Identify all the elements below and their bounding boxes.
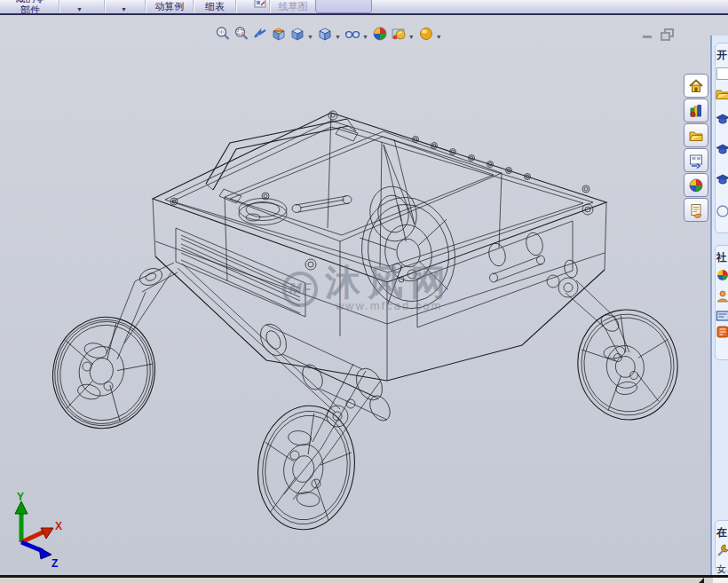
chevron-down-icon[interactable]: ▼: [408, 34, 415, 40]
pane-input-field[interactable]: [716, 67, 728, 80]
tab-appearances-scenes[interactable]: [684, 173, 708, 197]
help-circle-icon[interactable]: [716, 204, 728, 218]
tab-solidworks-resources[interactable]: [684, 74, 708, 98]
community-ball-icon[interactable]: [716, 268, 728, 282]
toolbar-separator: [235, 0, 236, 13]
exploded-view-icon[interactable]: [254, 0, 266, 8]
tutorial-cap-icon[interactable]: [716, 112, 728, 126]
y-axis-label: Y: [17, 491, 24, 503]
active-toolbar-button[interactable]: [315, 0, 372, 13]
subscription-icon[interactable]: [716, 325, 728, 339]
reference-triad: Y X Z: [5, 491, 69, 567]
heads-up-view-toolbar: ▼ ▼ ▼ ▼ ▼: [215, 25, 443, 43]
zoom-to-fit-icon[interactable]: [215, 26, 231, 42]
toolbar-separator: [59, 0, 59, 13]
button-label-bottom: 部件: [4, 4, 57, 13]
handle: [206, 119, 358, 203]
wireframe-rover-model: [0, 15, 684, 575]
section-view-icon[interactable]: [271, 26, 287, 42]
view-palette-icon: [688, 153, 704, 169]
toolbar-separator: [193, 0, 194, 13]
tutorial-cap-icon[interactable]: [716, 172, 728, 186]
tab-custom-properties[interactable]: [684, 198, 708, 222]
new-document-folder-icon[interactable]: [716, 87, 728, 101]
forum-window-icon[interactable]: [716, 309, 728, 323]
pane-text-fragment: 女: [716, 563, 726, 575]
document-window-controls: [637, 28, 684, 42]
rear-wheel-through-body: [352, 182, 465, 317]
right-leg: [547, 275, 629, 358]
solidworks-app-window: { "toolbar": { "dropdown_glyph": "▼", "b…: [0, 0, 728, 583]
tab-design-library[interactable]: [684, 98, 708, 122]
chevron-down-icon[interactable]: ▼: [362, 34, 368, 40]
x-axis-arrow: X: [21, 520, 62, 542]
show-hidden-components-button[interactable]: 藏的零 部件: [4, 0, 57, 13]
assembly-dropdown-button-1[interactable]: ▼: [64, 0, 99, 13]
task-pane-panel: 开 社 在: [710, 35, 728, 575]
roof-bolt-holes: [170, 111, 593, 270]
status-bar-right-segment: [713, 578, 728, 583]
y-axis-arrow: Y: [15, 491, 28, 542]
z-axis-label: Z: [51, 557, 58, 567]
view-orientation-icon[interactable]: [289, 26, 305, 42]
resize-grip[interactable]: [699, 578, 704, 583]
chevron-down-icon[interactable]: ▼: [335, 34, 341, 40]
front-wheel: [250, 399, 362, 536]
toolbar-separator: [104, 0, 105, 13]
chevron-down-icon[interactable]: ▼: [307, 34, 313, 40]
design-library-icon: [688, 103, 704, 119]
appearances-ball-icon: [688, 177, 704, 193]
toolbar-separator: [269, 0, 270, 13]
tab-file-explorer[interactable]: [684, 123, 708, 147]
tab-view-palette[interactable]: [684, 148, 708, 172]
getting-started-header: 开: [716, 48, 727, 63]
x-axis-label: X: [55, 520, 62, 532]
folder-icon: [688, 128, 704, 144]
assembly-dropdown-button-2[interactable]: ▼: [108, 0, 144, 13]
button-label: 细表: [205, 1, 225, 12]
motion-study-button[interactable]: 动算例: [148, 0, 191, 13]
toolbar-separator: [145, 0, 146, 13]
online-resources-header: 在: [716, 525, 727, 540]
edit-appearance-icon[interactable]: [372, 26, 388, 42]
explode-line-sketch-button[interactable]: 线草图: [272, 0, 314, 13]
left-wheel: [41, 306, 166, 439]
previous-view-icon[interactable]: [252, 26, 268, 42]
command-manager-toolbar: 藏的零 部件 ▼ ▼ 动算例 细表 线草图: [0, 0, 728, 13]
left-leg: [107, 263, 178, 359]
display-style-icon[interactable]: [317, 26, 333, 42]
button-label: 动算例: [155, 1, 185, 12]
restore-button[interactable]: [661, 29, 673, 40]
minimize-button[interactable]: [643, 35, 652, 38]
user-group-icon[interactable]: [716, 289, 728, 303]
chevron-down-icon[interactable]: ▼: [436, 34, 442, 40]
home-icon: [688, 78, 704, 94]
community-header: 社: [716, 250, 727, 265]
tutorial-cap-icon[interactable]: [716, 142, 728, 156]
view-settings-icon[interactable]: [418, 26, 434, 42]
graphics-viewport[interactable]: MF 沐风网 www.mfcad.com ▼ ▼ ▼: [0, 15, 684, 575]
wrench-icon[interactable]: [716, 543, 728, 557]
bill-of-materials-button[interactable]: 细表: [196, 0, 233, 13]
apply-scene-icon[interactable]: [391, 26, 407, 42]
zoom-to-area-icon[interactable]: [233, 26, 249, 42]
right-wheel: [571, 303, 684, 426]
task-pane-region: 开 社 在: [683, 15, 728, 575]
front-leg: [284, 364, 380, 500]
hide-show-items-icon[interactable]: [344, 26, 360, 42]
status-bar: [0, 578, 728, 583]
z-axis-arrow: Z: [21, 542, 58, 567]
custom-properties-icon: [688, 202, 704, 218]
button-label: 线草图: [279, 1, 308, 12]
